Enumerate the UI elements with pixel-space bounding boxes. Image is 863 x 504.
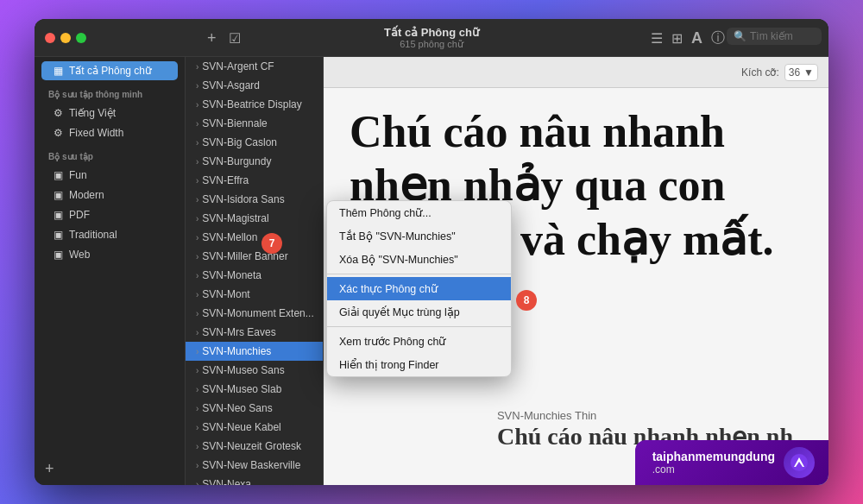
font-name-label: SVN-Big Caslon [202,136,277,148]
window-title: Tất cả Phông chữ [384,26,479,39]
sidebar-item-fun[interactable]: ▣ Fun [41,166,178,185]
window-subtitle: 615 phông chữ [384,39,479,50]
font-name-label: SVN-Argent CF [202,60,274,72]
all-fonts-icon: ▦ [52,65,64,77]
font-name-label: SVN-Beatrice Display [202,98,301,110]
font-name-label: SVN-Asgard [202,79,260,91]
context-menu-item[interactable]: Xem trước Phông chữ [327,330,511,353]
sidebar: ▦ Tất cả Phông chữ Bộ sưu tập thông minh… [35,57,186,485]
font-list-item[interactable]: ›SVN-Moneta [186,266,323,285]
close-button[interactable] [45,33,55,43]
font-list-item[interactable]: ›SVN-Museo Slab [186,380,323,399]
font-chevron-icon: › [196,423,198,432]
preview-toolbar: Kích cỡ: 36 ▼ [324,57,828,88]
traditional-icon: ▣ [52,229,64,241]
sidebar-item-fixed-width[interactable]: ⚙ Fixed Width [41,123,178,142]
sidebar-item-all-fonts[interactable]: ▦ Tất cả Phông chữ [41,61,178,80]
info-icon[interactable]: ⓘ [711,29,725,47]
font-name-label: SVN-Burgundy [202,155,271,167]
font-name-label: SVN-Museo Slab [202,383,281,395]
smart-collection-label: Bộ sưu tập thông minh [38,81,181,103]
sidebar-item-modern[interactable]: ▣ Modern [41,186,178,205]
web-icon: ▣ [52,249,64,261]
font-chevron-icon: › [196,271,198,280]
context-menu-divider [327,274,511,274]
font-chevron-icon: › [196,214,198,224]
font-list-item[interactable]: ›SVN-Museo Sans [186,361,323,380]
font-chevron-icon: › [196,176,198,186]
size-select[interactable]: 36 ▼ [784,64,818,81]
all-fonts-label: Tất cả Phông chữ [69,65,152,77]
font-name-label: SVN-New Baskerville [202,459,300,471]
checkbox-icon[interactable]: ☑ [229,30,241,47]
add-font-icon[interactable]: + [207,29,217,47]
font-list-item[interactable]: ›SVN-Biennale [186,114,323,133]
watermark-icon [784,447,815,478]
font-list-item[interactable]: ›SVN-Burgundy [186,152,323,171]
font-list-item[interactable]: ›SVN-Big Caslon [186,133,323,152]
font-name-label: SVN-Effra [202,174,249,186]
font-list-item[interactable]: ›SVN-Beatrice Display [186,95,323,114]
context-menu-item[interactable]: Xác thực Phông chữ [327,277,511,300]
font-list-item[interactable]: ›SVN-Magistral [186,209,323,228]
badge-8: 8 [516,290,537,311]
font-list-item[interactable]: ›SVN-Mont [186,285,323,304]
list-view-icon[interactable]: ☰ [651,30,663,47]
font-list-item[interactable]: ›SVN-Mrs Eaves [186,323,323,342]
search-input[interactable] [750,30,819,42]
font-chevron-icon: › [196,404,198,413]
context-menu-item[interactable]: Thêm Phông chữ... [327,201,511,224]
grid-view-icon[interactable]: ⊞ [671,30,683,47]
font-list-item[interactable]: ›SVN-Neuzeit Grotesk [186,437,323,456]
context-menu-item[interactable]: Hiển thị trong Finder [327,353,511,376]
font-list-item[interactable]: ›SVN-Neo Sans [186,399,323,418]
font-list-item[interactable]: ›SVN-Effra [186,171,323,190]
font-preview-icon[interactable]: A [691,29,702,47]
font-chevron-icon: › [196,366,198,375]
traffic-lights [45,33,86,43]
sidebar-item-traditional[interactable]: ▣ Traditional [41,225,178,244]
sidebar-item-web[interactable]: ▣ Web [41,245,178,264]
font-list-item[interactable]: ›SVN-Asgard [186,76,323,95]
font-list-item[interactable]: ›SVN-Mellon [186,228,323,247]
font-chevron-icon: › [196,309,198,318]
font-chevron-icon: › [196,100,198,110]
font-chevron-icon: › [196,290,198,299]
font-name-label: SVN-Neo Sans [202,402,272,414]
font-list-item[interactable]: ›SVN-Miller Banner [186,247,323,266]
font-list: ›SVN-Argent CF›SVN-Asgard›SVN-Beatrice D… [186,57,324,485]
context-menu-item[interactable]: Tắt Bộ "SVN-Munchies" [327,224,511,248]
sidebar-item-pdf[interactable]: ▣ PDF [41,205,178,224]
font-list-item[interactable]: ›SVN-New Baskerville [186,456,323,475]
context-menu-item[interactable]: Giải quyết Mục trùng lặp [327,300,511,324]
minimize-button[interactable] [60,33,71,43]
font-chevron-icon: › [196,347,198,356]
font-list-item[interactable]: ›SVN-Munchies [186,342,323,361]
font-list-item[interactable]: ›SVN-Monument Exten... [186,304,323,323]
collection-label: Bộ sưu tập [38,143,181,165]
font-name-label: SVN-Magistral [202,212,268,224]
font-chevron-icon: › [196,480,198,486]
watermark-domain: .com [652,463,775,476]
font-name-label: SVN-Munchies [202,345,271,357]
font-list-item[interactable]: ›SVN-Argent CF [186,57,323,76]
sidebar-item-tieng-viet[interactable]: ⚙ Tiếng Việt [41,104,178,123]
font-list-item[interactable]: ›SVN-Nexa [186,475,323,485]
context-menu-divider [327,326,511,327]
context-menu-item[interactable]: Xóa Bộ "SVN-Munchies" [327,248,511,271]
maximize-button[interactable] [76,33,86,43]
font-chevron-icon: › [196,62,198,72]
search-box[interactable]: 🔍 [727,28,822,45]
search-icon: 🔍 [734,30,746,42]
modern-icon: ▣ [52,189,64,201]
badge-7: 7 [261,233,282,254]
font-chevron-icon: › [196,119,198,129]
font-name-label: SVN-Neuzeit Grotesk [202,440,301,452]
font-name-label: SVN-Mrs Eaves [202,326,275,338]
add-collection-button[interactable]: + [45,460,54,478]
font-chevron-icon: › [196,385,198,394]
font-list-item[interactable]: ›SVN-Isidora Sans [186,190,323,209]
watermark-text: taiphanmemungdung .com [652,450,775,476]
font-list-item[interactable]: ›SVN-Neue Kabel [186,418,323,437]
font-name-label: SVN-Moneta [202,269,261,281]
